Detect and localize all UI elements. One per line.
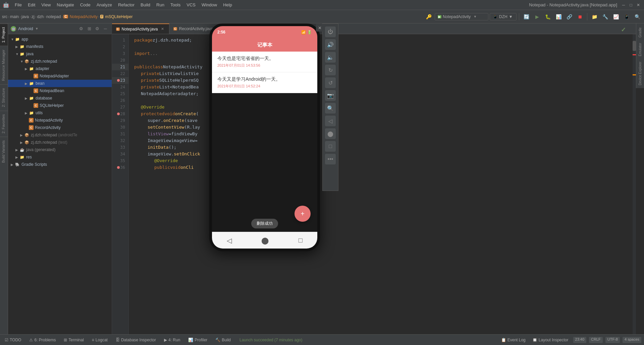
breadcrumb-notepad[interactable]: notepad (46, 14, 61, 19)
breadcrumb-class[interactable]: NotepadActivity (70, 14, 98, 19)
tree-item-RecordActivity[interactable]: ▶ C RecordActivity (8, 124, 112, 131)
run-btn[interactable]: ▶ (532, 12, 542, 21)
panel-close-btn[interactable]: ─ (102, 25, 109, 32)
scrollbar-track[interactable] (633, 34, 636, 334)
emu-power-btn[interactable]: ⏻ (325, 26, 336, 37)
phone-close-btn[interactable]: ✕ (316, 24, 323, 31)
code-editor[interactable]: 1 2 3 20 21 22 23 24 25 26 27 28 29 30 3… (112, 34, 636, 334)
status-layout-inspector[interactable]: 🔲 Layout Inspector (530, 337, 571, 343)
phone-back-btn[interactable]: ◁ (227, 236, 232, 245)
status-profiler[interactable]: 📊 Profiler (186, 337, 209, 343)
menu-refactor[interactable]: Refactor (115, 1, 137, 9)
status-todo[interactable]: ☑ TODO (3, 337, 23, 343)
android-dropdown-arrow[interactable]: ▼ (35, 27, 39, 30)
emu-sq-btn[interactable]: □ (325, 141, 336, 152)
note-item-2[interactable]: 今天又是学习Android的一天。 2021年07月01日 14:52:24 (212, 72, 317, 93)
code-content[interactable]: package zj.dzh.notepad; import ... publi… (129, 34, 633, 334)
breadcrumb-dzh[interactable]: dzh (37, 14, 44, 19)
phone-recents-btn[interactable]: □ (299, 236, 303, 244)
menu-navigate[interactable]: Navigate (54, 1, 76, 9)
emu-more-btn[interactable]: ••• (325, 154, 336, 164)
tree-item-res[interactable]: ▶ 📁 res (8, 153, 112, 161)
scrollbar-thumb[interactable] (633, 41, 636, 51)
emu-rotate-left-btn[interactable]: ↺ (325, 77, 336, 88)
tree-item-package-test[interactable]: ▶ 📦 zj.dzh.notepad (test) (8, 139, 112, 146)
vtab-build-variants[interactable]: Build Variants (0, 137, 8, 166)
vtab-device-explorer[interactable]: Device Explorer (637, 59, 643, 88)
tree-item-manifests[interactable]: ▶ 📁 manifests (8, 43, 112, 50)
menu-build[interactable]: Build (138, 1, 153, 9)
tree-item-gradle[interactable]: ▶ 🐘 Gradle Scripts (8, 161, 112, 168)
status-build[interactable]: 🔨 Build (213, 337, 233, 343)
emu-home-btn[interactable]: ⬤ (325, 128, 336, 139)
tree-item-package[interactable]: ▼ 📦 zj.dzh.notepad (8, 58, 112, 65)
status-logcat[interactable]: ≡ Logcat (90, 337, 110, 343)
breadcrumb-src[interactable]: src (2, 14, 7, 19)
tree-item-database[interactable]: ▶ 📁 database (8, 94, 112, 102)
breadcrumb-java[interactable]: java (21, 14, 29, 19)
sync-btn[interactable]: 🔄 (522, 12, 531, 21)
vtab-gradle[interactable]: Gradle (637, 25, 643, 40)
debug-btn[interactable]: 🐛 (543, 12, 552, 21)
back-navigation-btn[interactable]: 🔑 (424, 12, 433, 21)
device-file-btn[interactable]: 📱 (622, 12, 631, 21)
breadcrumb-method[interactable]: mSQLiteHelper (105, 14, 132, 19)
menu-help[interactable]: Help (220, 1, 235, 9)
panel-settings-btn[interactable]: ⚙ (94, 25, 101, 32)
status-crlf[interactable]: CRLF (589, 337, 603, 343)
note-item-1[interactable]: 今天也是宅宅省省的一天。 2021年07月01日 14:53:56 (212, 52, 317, 72)
vtab-resource-manager[interactable]: Resource Manager (0, 46, 8, 84)
status-charset[interactable]: UTF-8 (605, 337, 620, 343)
search-btn[interactable]: 🔍 (633, 12, 642, 21)
emu-back-btn[interactable]: ◁ (325, 116, 336, 126)
menu-analyze[interactable]: Analyze (94, 1, 115, 9)
tree-item-adapter[interactable]: ▶ 📁 adapter (8, 65, 112, 72)
panel-gear-btn[interactable]: ⚙ (77, 25, 85, 32)
dzh-combo[interactable]: 📱 DZH ▼ (490, 13, 517, 20)
phone-home-btn[interactable]: ⬤ (261, 236, 269, 245)
tree-item-bean[interactable]: ▶ 📁 bean (8, 80, 112, 87)
tree-item-package-android[interactable]: ▶ 📦 zj.dzh.notepad (androidTe (8, 131, 112, 139)
menu-edit[interactable]: Edit (25, 1, 38, 9)
emu-vol-up-btn[interactable]: 🔊 (325, 39, 336, 50)
status-event-log[interactable]: 📋 Event Log (499, 337, 528, 343)
panel-layout-btn[interactable]: ⊞ (86, 25, 93, 32)
breadcrumb-zj[interactable]: zj (32, 14, 35, 19)
maximize-button[interactable]: □ (628, 2, 634, 8)
attach-btn[interactable]: 🔗 (565, 12, 574, 21)
status-indent[interactable]: 4 spaces (623, 337, 641, 343)
stop-btn[interactable]: ⏹ (575, 12, 585, 21)
status-problems[interactable]: ⚠ 6: Problems (27, 337, 58, 343)
menu-file[interactable]: File (12, 1, 24, 9)
close-button[interactable]: ✕ (635, 2, 641, 8)
menu-window[interactable]: Window (199, 1, 220, 9)
emu-rotate-btn[interactable]: ↻ (325, 65, 336, 75)
status-database-inspector[interactable]: 🗄 Database Inspector (114, 337, 158, 343)
phone-fab[interactable]: + (294, 206, 311, 222)
tree-item-app[interactable]: ▼ 📁 app (8, 36, 112, 43)
tree-item-java[interactable]: ▼ 📁 java (8, 50, 112, 58)
tree-item-SQLiteHelper[interactable]: ▶ C SQLiteHelper (8, 102, 112, 109)
menu-view[interactable]: View (39, 1, 53, 9)
vtab-project[interactable]: 1: Project (0, 23, 8, 46)
vtab-emulator[interactable]: Emulator (637, 40, 643, 59)
tree-item-java-generated[interactable]: ▶ ☕ java (generated) (8, 146, 112, 153)
status-terminal[interactable]: ⊞ Terminal (62, 337, 86, 343)
menu-run[interactable]: Run (154, 1, 167, 9)
vtab-structure[interactable]: 2: Structure (0, 84, 8, 111)
tree-item-NotepadBean[interactable]: ▶ C NotepadBean (8, 87, 112, 94)
avd-btn[interactable]: 📁 (590, 12, 599, 21)
emu-vol-down-btn[interactable]: 🔈 (325, 52, 336, 63)
run-coverage-btn[interactable]: 📊 (554, 12, 563, 21)
menu-vcs[interactable]: VCS (184, 1, 198, 9)
vtab-favorites[interactable]: 2: Favorites (0, 111, 8, 137)
tree-item-NotepadAdapter[interactable]: ▶ C NotepadAdapter (8, 72, 112, 80)
tab-NotepadActivity[interactable]: C NotepadActivity.java ✕ (112, 23, 169, 34)
emu-zoom-btn[interactable]: 🔍 (325, 103, 336, 114)
sdk-btn[interactable]: 🔧 (600, 12, 610, 21)
breadcrumb-main[interactable]: main (10, 14, 19, 19)
menu-tools[interactable]: Tools (168, 1, 183, 9)
emu-screenshot-btn[interactable]: 📷 (325, 90, 336, 101)
navigation-combo[interactable]: ▶ NotepadActivity ▼ (435, 13, 488, 20)
tab-close-NotepadActivity[interactable]: ✕ (160, 26, 165, 32)
